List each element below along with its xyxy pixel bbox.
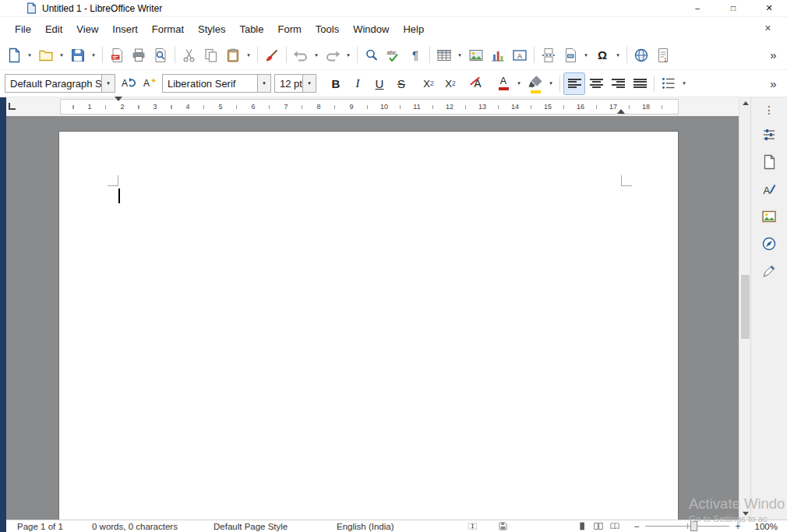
- redo-dropdown[interactable]: ▾: [344, 44, 353, 65]
- copy-button[interactable]: [201, 44, 221, 65]
- scrollbar-thumb[interactable]: [741, 275, 750, 339]
- right-indent-marker[interactable]: [617, 107, 625, 114]
- menu-item[interactable]: File: [8, 20, 38, 38]
- bullet-list-button[interactable]: [658, 73, 679, 94]
- sidebar-deck-styles[interactable]: A: [758, 178, 780, 200]
- multi-page-view-icon[interactable]: [593, 521, 604, 531]
- insert-field-dropdown[interactable]: ▾: [581, 44, 591, 65]
- sidebar-deck-navigator[interactable]: [758, 233, 780, 255]
- menu-item[interactable]: Help: [396, 20, 431, 38]
- insert-field-button[interactable]: [560, 44, 581, 65]
- zoom-slider-track[interactable]: [645, 521, 729, 531]
- vertical-scrollbar[interactable]: [739, 97, 750, 520]
- insert-footnote-button[interactable]: 1: [653, 44, 673, 65]
- highlight-color-button[interactable]: [525, 73, 545, 94]
- align-center-button[interactable]: [586, 73, 606, 94]
- formatting-overflow-button[interactable]: »: [763, 73, 783, 94]
- open-button[interactable]: [36, 44, 56, 65]
- toolbar-overflow-button[interactable]: »: [763, 44, 783, 65]
- selection-mode-icon[interactable]: [468, 521, 478, 531]
- new-document-dropdown[interactable]: ▾: [25, 44, 34, 65]
- insert-image-button[interactable]: [466, 44, 486, 65]
- close-document-icon[interactable]: ✕: [764, 23, 771, 33]
- close-button[interactable]: ✕: [751, 0, 787, 16]
- scroll-up-arrow-icon[interactable]: [739, 97, 751, 109]
- zoom-out-icon[interactable]: −: [633, 521, 641, 532]
- font-size-dropdown-icon[interactable]: ▾: [302, 75, 316, 92]
- paragraph-style-combo[interactable]: Default Paragraph Style ▾: [5, 74, 115, 93]
- zoom-in-icon[interactable]: +: [734, 521, 742, 532]
- align-right-button[interactable]: [608, 73, 628, 94]
- book-view-icon[interactable]: [609, 521, 620, 531]
- bullet-list-dropdown[interactable]: ▾: [679, 73, 689, 94]
- font-name-combo[interactable]: Liberation Serif ▾: [162, 74, 271, 93]
- single-page-view-icon[interactable]: [577, 521, 588, 531]
- menu-item[interactable]: View: [69, 20, 105, 38]
- document-page[interactable]: [59, 132, 678, 520]
- menu-item[interactable]: Styles: [191, 20, 232, 38]
- font-color-button[interactable]: A: [493, 73, 513, 94]
- sidebar-deck-properties[interactable]: [758, 124, 780, 146]
- sidebar-deck-gallery[interactable]: [758, 206, 780, 227]
- save-dropdown[interactable]: ▾: [89, 44, 98, 65]
- paste-dropdown[interactable]: ▾: [244, 44, 253, 65]
- redo-button[interactable]: [323, 44, 343, 65]
- superscript-button[interactable]: X2: [418, 73, 439, 94]
- zoom-slider-handle[interactable]: [690, 521, 697, 531]
- new-style-button[interactable]: A: [139, 73, 160, 94]
- hyperlink-button[interactable]: [631, 44, 651, 65]
- page-style-status[interactable]: Default Page Style: [214, 522, 337, 531]
- font-color-dropdown[interactable]: ▾: [514, 73, 524, 94]
- scroll-down-arrow-icon[interactable]: [739, 508, 751, 520]
- italic-button[interactable]: I: [348, 73, 368, 94]
- strikethrough-button[interactable]: S: [391, 73, 411, 94]
- sidebar-settings-icon[interactable]: ⋮: [764, 101, 775, 118]
- language-status[interactable]: English (India): [337, 522, 438, 531]
- insert-chart-button[interactable]: [488, 44, 508, 65]
- undo-button[interactable]: [291, 44, 311, 65]
- horizontal-ruler[interactable]: 123456789101112131415161718: [61, 100, 678, 114]
- paste-button[interactable]: [223, 44, 243, 65]
- spelling-button[interactable]: abc: [383, 44, 404, 65]
- menu-item[interactable]: Edit: [38, 20, 69, 38]
- menu-item[interactable]: Table: [232, 20, 270, 38]
- underline-button[interactable]: U: [369, 73, 390, 94]
- sidebar-deck-style-inspector[interactable]: [758, 260, 780, 282]
- special-character-dropdown[interactable]: ▾: [613, 44, 623, 65]
- cut-button[interactable]: [179, 44, 199, 65]
- print-button[interactable]: [129, 44, 149, 65]
- new-document-button[interactable]: [4, 44, 24, 65]
- print-preview-button[interactable]: [150, 44, 171, 65]
- menu-item[interactable]: Window: [346, 20, 396, 38]
- export-pdf-button[interactable]: [107, 44, 127, 65]
- sidebar-deck-page[interactable]: [758, 151, 780, 173]
- word-count-status[interactable]: 0 words, 0 characters: [92, 522, 214, 531]
- page-count-status[interactable]: Page 1 of 1: [17, 522, 92, 531]
- special-character-button[interactable]: Ω: [592, 44, 612, 65]
- align-justify-button[interactable]: [630, 73, 650, 94]
- update-style-button[interactable]: A: [118, 73, 138, 94]
- menu-item[interactable]: Tools: [309, 20, 346, 38]
- undo-dropdown[interactable]: ▾: [312, 44, 321, 65]
- paragraph-style-dropdown-icon[interactable]: ▾: [101, 75, 115, 92]
- document-modified-icon[interactable]: [498, 521, 508, 531]
- save-button[interactable]: [68, 44, 88, 65]
- highlight-color-dropdown[interactable]: ▾: [546, 73, 556, 94]
- menu-item[interactable]: Insert: [105, 20, 145, 38]
- insert-table-button[interactable]: [434, 44, 454, 65]
- find-replace-button[interactable]: [362, 44, 382, 65]
- clear-formatting-button[interactable]: A: [468, 73, 488, 94]
- subscript-button[interactable]: X2: [440, 73, 461, 94]
- bold-button[interactable]: B: [326, 73, 346, 94]
- insert-table-dropdown[interactable]: ▾: [455, 44, 464, 65]
- menu-item[interactable]: Form: [270, 20, 308, 38]
- font-name-dropdown-icon[interactable]: ▾: [257, 75, 270, 92]
- maximize-button[interactable]: □: [715, 0, 751, 16]
- zoom-level-status[interactable]: 100%: [753, 522, 787, 531]
- font-size-combo[interactable]: 12 pt ▾: [274, 74, 316, 93]
- insert-textbox-button[interactable]: A: [510, 44, 530, 65]
- formatting-marks-button[interactable]: ¶: [405, 44, 425, 65]
- clone-formatting-button[interactable]: [262, 44, 282, 65]
- menu-item[interactable]: Format: [145, 20, 191, 38]
- tab-stop-type-icon[interactable]: [9, 103, 16, 110]
